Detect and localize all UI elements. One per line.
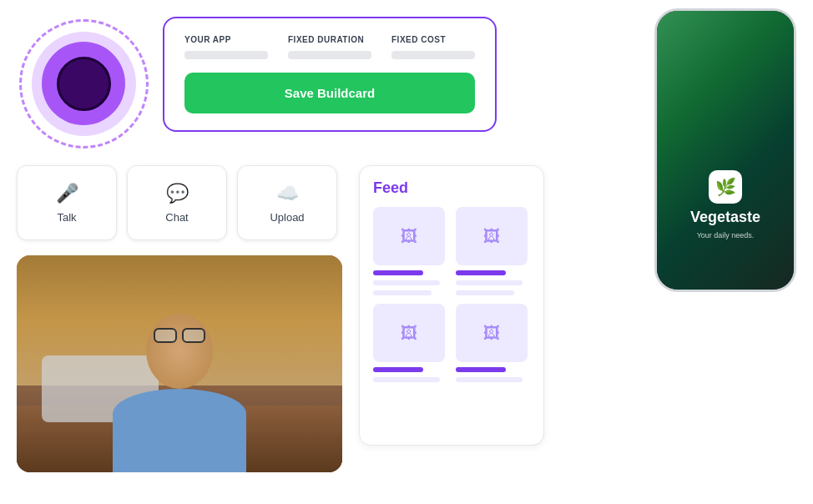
talk-label: Talk: [57, 211, 76, 224]
chat-icon: 💬: [166, 183, 189, 204]
phone-overlay: [657, 11, 794, 290]
buildcard-field-duration: FIXED DURATION: [288, 35, 371, 59]
field-input-app[interactable]: [184, 51, 268, 59]
feed-line-1d: [456, 367, 506, 372]
upload-icon: ☁️: [276, 183, 299, 204]
upload-label: Upload: [270, 211, 304, 224]
circle-outer: [19, 19, 149, 149]
save-buildcard-button[interactable]: Save Buildcard: [184, 73, 475, 113]
person-photo: [17, 255, 342, 472]
logo-emoji: 🌿: [715, 177, 736, 197]
feed-line-1c: [373, 367, 423, 372]
feed-img-2: 🖼: [456, 207, 528, 265]
feed-item-1: 🖼: [373, 207, 447, 295]
feed-title: Feed: [373, 179, 530, 197]
action-btn-talk[interactable]: 🎤 Talk: [17, 165, 117, 240]
feed-line-3b: [456, 290, 514, 295]
feed-image-icon-2: 🖼: [483, 227, 500, 246]
phone-app-name: Vegetaste: [690, 209, 760, 226]
feed-item-2: 🖼: [456, 207, 530, 295]
feed-line-2d: [456, 377, 523, 382]
feed-line-1a: [373, 270, 423, 275]
field-label-cost: FIXED COST: [391, 35, 475, 44]
phone-mockup: 🌿 Vegetaste Your daily needs.: [654, 8, 796, 292]
feed-image-icon-3: 🖼: [401, 324, 417, 343]
field-label-app: YOUR APP: [184, 35, 268, 44]
buildcard-field-cost: FIXED COST: [391, 35, 475, 59]
action-btn-upload[interactable]: ☁️ Upload: [237, 165, 337, 240]
buildcard-fields: YOUR APP FIXED DURATION FIXED COST: [184, 35, 475, 59]
feed-img-4: 🖼: [456, 304, 528, 362]
feed-widget-stack: Feed 🖼 🖼: [359, 165, 551, 457]
microphone-icon: 🎤: [56, 183, 78, 204]
feed-item-3: 🖼: [373, 304, 447, 382]
buildcard-widget: YOUR APP FIXED DURATION FIXED COST Save …: [163, 17, 497, 132]
feed-img-3: 🖼: [373, 304, 445, 362]
feed-image-icon-4: 🖼: [483, 324, 500, 343]
field-input-duration[interactable]: [288, 51, 371, 59]
feed-item-4: 🖼: [456, 304, 530, 382]
chat-label: Chat: [165, 211, 188, 224]
feed-line-2a: [373, 280, 440, 285]
field-label-duration: FIXED DURATION: [288, 35, 371, 44]
feed-line-1b: [456, 270, 506, 275]
feed-image-icon-1: 🖼: [401, 227, 417, 246]
feed-card-main: Feed 🖼 🖼: [359, 165, 544, 446]
feed-line-2b: [456, 280, 523, 285]
phone-logo: 🌿: [709, 170, 742, 204]
feed-img-1: 🖼: [373, 207, 445, 265]
feed-line-3a: [373, 290, 432, 295]
action-buttons: 🎤 Talk 💬 Chat ☁️ Upload: [17, 165, 337, 240]
circles-widget: [17, 17, 150, 150]
person-photo-bg: [17, 255, 342, 472]
feed-line-2c: [373, 377, 440, 382]
phone-tagline: Your daily needs.: [697, 231, 755, 239]
field-input-cost[interactable]: [391, 51, 475, 59]
buildcard-field-app: YOUR APP: [184, 35, 268, 59]
feed-grid: 🖼 🖼 🖼: [373, 207, 530, 382]
action-btn-chat[interactable]: 💬 Chat: [127, 165, 227, 240]
phone-content: 🌿 Vegetaste Your daily needs.: [657, 170, 794, 239]
